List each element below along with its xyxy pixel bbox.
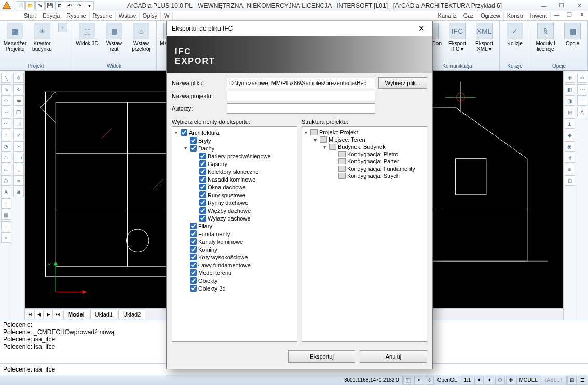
collapse-icon[interactable]: ▾ <box>183 145 188 151</box>
tree-item-label: Kondygnacja: Strych <box>347 173 400 179</box>
collapse-icon[interactable]: ▾ <box>173 130 179 135</box>
elem-checkbox[interactable] <box>190 269 197 276</box>
tree-item-label: Kolektory słoneczne <box>208 169 258 175</box>
cancel-button[interactable]: Anuluj <box>360 350 427 363</box>
elem-checkbox[interactable] <box>190 145 197 152</box>
level-icon <box>338 166 346 172</box>
tree-item-label: Kanały kominowe <box>198 239 243 245</box>
elem-checkbox[interactable] <box>199 160 206 167</box>
tree-item-label: Nasadki kominowe <box>208 176 255 183</box>
tree-item-label: Ławy fundamentowe <box>198 262 251 268</box>
authors-label: Autorzy: <box>172 105 224 112</box>
collapse-icon[interactable]: ▾ <box>322 144 327 150</box>
project-input[interactable] <box>227 91 375 101</box>
elem-checkbox[interactable] <box>190 223 197 229</box>
elem-checkbox[interactable] <box>199 176 206 183</box>
tree-item-label: Obiekty <box>198 278 217 284</box>
collapse-icon[interactable]: ▾ <box>303 130 309 135</box>
tree-item-label: Wyłazy dachowe <box>208 215 250 222</box>
elem-checkbox[interactable] <box>190 246 197 253</box>
tree-item-label: Kondygnacja: Piętro <box>347 151 398 157</box>
elem-checkbox[interactable] <box>199 153 206 159</box>
tree-item-label: Kondygnacja: Fundamenty <box>347 166 415 172</box>
tree-item-label: Kominy <box>198 246 217 253</box>
tree-item-label: Filary <box>198 223 212 229</box>
export-button[interactable]: Eksportuj <box>288 350 355 363</box>
elem-checkbox[interactable] <box>199 199 206 206</box>
authors-input[interactable] <box>227 103 375 114</box>
site-icon <box>320 136 327 143</box>
elem-checkbox[interactable] <box>199 207 206 214</box>
level-icon <box>338 173 346 179</box>
elem-checkbox[interactable] <box>190 230 197 237</box>
building-icon <box>329 144 336 150</box>
project-icon <box>310 129 318 135</box>
tree-item-label: Fundamenty <box>198 231 230 237</box>
tree-item-label: Obiekty 3d <box>198 285 226 292</box>
elem-checkbox[interactable] <box>199 215 206 222</box>
tree-item-label: Rury spustowe <box>208 192 245 198</box>
dialog-close-icon[interactable]: ✕ <box>416 24 427 33</box>
structure-pane-header: Struktura projektu: <box>302 118 427 126</box>
level-icon <box>338 158 346 164</box>
level-icon <box>338 151 346 157</box>
modal-overlay: Eksportuj do pliku IFC ✕ IFCEXPORT Nazwa… <box>0 0 588 385</box>
elem-checkbox[interactable] <box>190 262 197 268</box>
elem-checkbox[interactable] <box>181 129 187 136</box>
dialog-title: Eksportuj do pliku IFC <box>172 25 233 32</box>
choose-file-button[interactable]: Wybierz plik... <box>378 77 427 89</box>
dialog-banner: IFCEXPORT <box>167 36 432 73</box>
project-label: Nazwa projektu: <box>172 93 224 99</box>
tree-item-label: Gąsiory <box>208 161 227 167</box>
elem-checkbox[interactable] <box>190 137 197 144</box>
structure-tree[interactable]: ▾Projekt: Projekt ▾Miejsce: Teren ▾Budyn… <box>302 126 427 342</box>
file-label: Nazwa pliku: <box>172 80 224 86</box>
tree-item-label: Bariery przeciwśniegowe <box>208 153 271 159</box>
tree-item-label: Model terenu <box>198 270 231 276</box>
file-input[interactable] <box>227 78 375 88</box>
elem-checkbox[interactable] <box>199 168 206 175</box>
elem-checkbox[interactable] <box>190 238 197 245</box>
collapse-icon[interactable]: ▾ <box>312 137 318 143</box>
tree-item-label: Koty wysokościowe <box>198 254 248 260</box>
elements-tree[interactable]: ▾Architektura Bryły ▾Dachy Bariery przec… <box>172 126 297 342</box>
elem-checkbox[interactable] <box>199 191 206 198</box>
tree-item-label: Rynny dachowe <box>208 200 248 206</box>
elem-checkbox[interactable] <box>190 285 197 292</box>
tree-item-label: Okna dachowe <box>208 184 245 190</box>
elem-checkbox[interactable] <box>190 254 197 260</box>
elements-pane-header: Wybierz elementy do eksportu: <box>172 118 297 126</box>
elem-checkbox[interactable] <box>199 184 206 190</box>
tree-item-label: Kondygnacja: Parter <box>347 158 399 164</box>
ifc-export-dialog: Eksportuj do pliku IFC ✕ IFCEXPORT Nazwa… <box>166 21 433 369</box>
tree-item-label: Więźby dachowe <box>208 208 251 214</box>
elem-checkbox[interactable] <box>190 277 197 284</box>
